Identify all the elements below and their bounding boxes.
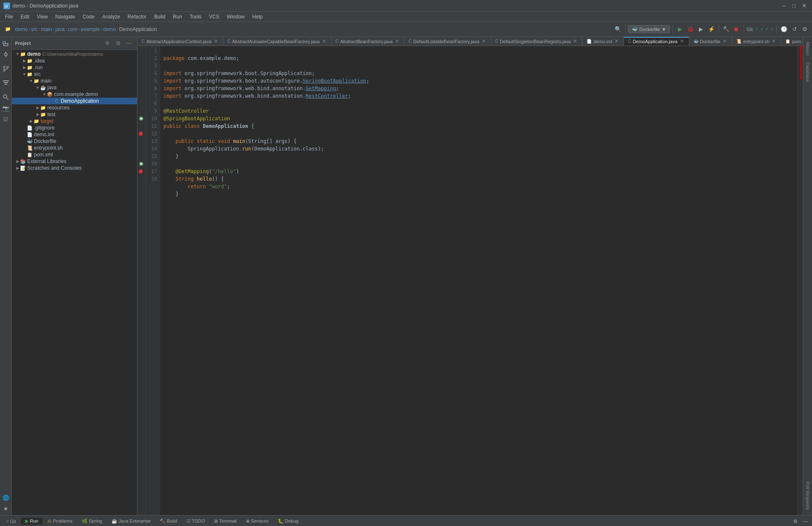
- tree-item-run[interactable]: ▶ 📁 .run: [12, 64, 137, 71]
- tab-demo-application[interactable]: C DemoApplication.java ✕: [624, 37, 689, 46]
- rollback-button[interactable]: ↺: [790, 25, 799, 34]
- menu-help[interactable]: Help: [249, 13, 266, 21]
- panel-close-icon[interactable]: —: [124, 39, 134, 48]
- breadcrumb-java[interactable]: java: [55, 26, 65, 32]
- bottom-tab-build[interactable]: 🔨 Build: [155, 518, 181, 525]
- menu-navigate[interactable]: Navigate: [52, 13, 78, 21]
- tab-abstract-app-context[interactable]: C AbstractApplicationContext.java ✕: [137, 37, 223, 46]
- tab-abstract-autowire[interactable]: C AbstractAutowireCapableBeanFactory.jav…: [223, 37, 331, 46]
- breadcrumb-com[interactable]: com: [68, 26, 78, 32]
- menu-window[interactable]: Window: [223, 13, 248, 21]
- right-vtab-pullrequests[interactable]: Pull Requests: [804, 478, 811, 513]
- bottom-tab-services[interactable]: ⊕ Services: [242, 518, 273, 525]
- tree-item-target[interactable]: ▶ 📁 target: [12, 118, 137, 124]
- tree-item-demoliml[interactable]: 📄 demo.iml: [12, 131, 137, 138]
- breadcrumb-src[interactable]: src: [31, 26, 38, 32]
- sidebar-pullrequest-icon[interactable]: [1, 64, 11, 74]
- toolbar-search-icon[interactable]: 🔍: [613, 25, 623, 34]
- tree-item-java[interactable]: ▼ ☕ java: [12, 84, 137, 91]
- minimize-button[interactable]: ─: [779, 1, 789, 10]
- sidebar-commit-icon[interactable]: [1, 49, 11, 60]
- tab-close-5[interactable]: ✕: [614, 39, 619, 44]
- bottom-tab-todo[interactable]: ☑ TODO: [182, 518, 209, 525]
- tree-item-ext-libraries[interactable]: ▶ 📚 External Libraries: [12, 158, 137, 165]
- right-vtab-database[interactable]: Database: [804, 59, 811, 86]
- bottom-tab-problems[interactable]: ⚠ Problems: [43, 518, 77, 525]
- sidebar-camera-icon[interactable]: 📷: [1, 103, 11, 113]
- menu-tools[interactable]: Tools: [186, 13, 205, 21]
- tree-item-main[interactable]: ▼ 📁 main: [12, 78, 137, 84]
- tab-close-3[interactable]: ✕: [481, 39, 486, 44]
- bottom-panel-minimize-icon[interactable]: —: [801, 517, 810, 526]
- menu-code[interactable]: Code: [79, 13, 98, 21]
- menu-analyze[interactable]: Analyze: [99, 13, 124, 21]
- tree-item-resources[interactable]: ▶ 📁 resources: [12, 104, 137, 111]
- tree-item-entrypoint[interactable]: 📜 entrypoint.sh: [12, 145, 137, 151]
- run-button[interactable]: ▶: [675, 25, 685, 34]
- right-vtab-maven[interactable]: Maven: [804, 39, 811, 59]
- tree-item-idea[interactable]: ▶ 📁 .idea: [12, 57, 137, 64]
- breadcrumb-example[interactable]: example: [81, 26, 100, 32]
- menu-file[interactable]: File: [2, 13, 16, 21]
- bottom-tab-terminal[interactable]: ⊞ Terminal: [210, 518, 240, 525]
- sidebar-todo-icon[interactable]: ☑: [1, 114, 11, 124]
- stop-button[interactable]: ⏹: [732, 25, 741, 34]
- tab-close-2[interactable]: ✕: [394, 39, 400, 44]
- tab-entrypoint[interactable]: 📜 entrypoint.sh ✕: [732, 37, 781, 46]
- tree-item-test[interactable]: ▶ 📁 test: [12, 111, 137, 118]
- tree-item-demo[interactable]: ▼ 📁 demo C:\Users\wsx\IdeaProjects\demo: [12, 51, 137, 57]
- tree-item-gitignore[interactable]: 📄 .gitignore: [12, 124, 137, 131]
- breadcrumb-class[interactable]: DemoApplication: [119, 26, 157, 32]
- panel-layout-icon[interactable]: ⊞: [114, 39, 123, 48]
- menu-run[interactable]: Run: [170, 13, 186, 21]
- build-button[interactable]: 🔨: [721, 25, 731, 34]
- menu-edit[interactable]: Edit: [17, 13, 33, 21]
- tab-close-7[interactable]: ✕: [722, 39, 727, 44]
- breadcrumb-main[interactable]: main: [41, 26, 52, 32]
- tree-item-package[interactable]: ▼ 📦 com.example.demo: [12, 91, 137, 98]
- breadcrumb-demo[interactable]: demo: [15, 26, 28, 32]
- tree-item-demoapplication[interactable]: C DemoApplication: [12, 98, 137, 104]
- debug-button[interactable]: 🐞: [686, 25, 695, 34]
- bottom-tab-git[interactable]: ⑂ Git: [2, 518, 20, 525]
- tree-item-scratches[interactable]: ▶ 📝 Scratches and Consoles: [12, 165, 137, 171]
- tree-item-dockerfile[interactable]: 🐳 Dockerfile: [12, 138, 137, 145]
- sidebar-web-icon[interactable]: 🌐: [1, 492, 11, 503]
- sidebar-structure-icon[interactable]: [1, 78, 11, 88]
- tab-default-singleton[interactable]: C DefaultSingletonBeanRegistry.java ✕: [491, 37, 582, 46]
- menu-vcs[interactable]: VCS: [206, 13, 223, 21]
- tab-close-6[interactable]: ✕: [679, 39, 685, 44]
- tab-pom[interactable]: 📋 pom.xml (demo) ✕: [781, 37, 803, 46]
- bottom-tab-java-enterprise[interactable]: ☕ Java Enterprise: [107, 518, 155, 525]
- sidebar-project-icon[interactable]: [1, 39, 11, 49]
- tab-close-0[interactable]: ✕: [213, 39, 219, 44]
- tab-default-listable[interactable]: C DefaultListableBeanFactory.java ✕: [404, 37, 491, 46]
- tab-close-8[interactable]: ✕: [771, 39, 776, 44]
- bottom-panel-settings-icon[interactable]: ⚙: [791, 517, 800, 526]
- panel-settings-icon[interactable]: ⚙: [103, 39, 112, 48]
- maximize-button[interactable]: □: [789, 1, 799, 10]
- menu-view[interactable]: View: [34, 13, 51, 21]
- history-button[interactable]: 🕐: [779, 25, 789, 34]
- tree-item-pom[interactable]: 📋 pom.xml: [12, 151, 137, 158]
- tab-abstract-bean-factory[interactable]: C AbstractBeanFactory.java ✕: [331, 37, 404, 46]
- settings-button[interactable]: ⚙: [800, 25, 809, 34]
- menu-refactor[interactable]: Refactor: [124, 13, 150, 21]
- sidebar-favorites-icon[interactable]: ★: [1, 503, 11, 513]
- tab-dockerfile[interactable]: 🐳 Dockerfile ✕: [689, 37, 732, 46]
- breadcrumb-demo2[interactable]: demo: [103, 26, 116, 32]
- tab-close-4[interactable]: ✕: [572, 39, 578, 44]
- dockerfile-selector[interactable]: 🐳 Dockerfile ▼: [628, 25, 670, 33]
- bottom-tab-run[interactable]: ▶ Run: [21, 518, 42, 525]
- profile-button[interactable]: ⚡: [707, 25, 716, 34]
- bottom-tab-spring[interactable]: 🌿 Spring: [78, 518, 106, 525]
- menu-build[interactable]: Build: [151, 13, 169, 21]
- toolbar-project-btn[interactable]: 📁: [3, 26, 13, 33]
- tab-demo-iml[interactable]: 📄 demo.iml ✕: [582, 37, 624, 46]
- sidebar-search-icon[interactable]: [1, 92, 11, 102]
- bottom-tab-debug[interactable]: 🐛 Debug: [274, 518, 303, 525]
- tree-item-src[interactable]: ▼ 📁 src: [12, 71, 137, 78]
- tab-close-1[interactable]: ✕: [321, 39, 327, 44]
- code-area[interactable]: package com.example.demo; import org.spr…: [160, 46, 797, 515]
- close-button[interactable]: ✕: [799, 1, 809, 10]
